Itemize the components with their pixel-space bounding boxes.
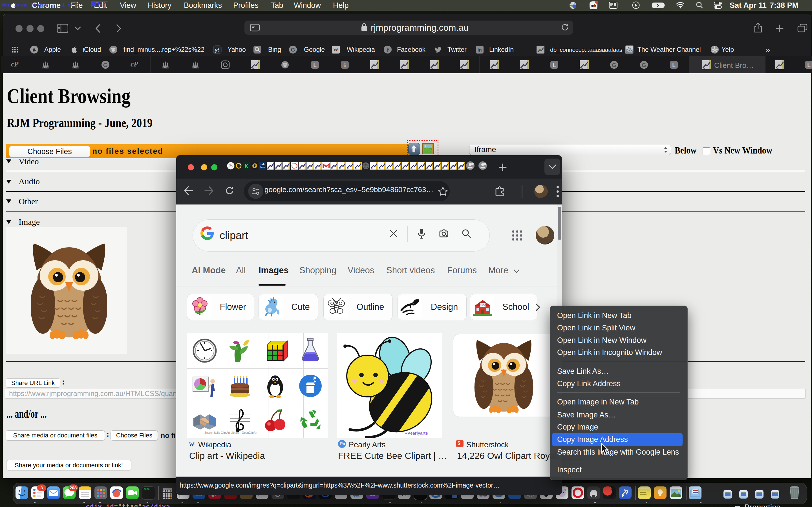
svg-text:6: 6: [343, 62, 346, 68]
svg-text:f: f: [387, 47, 389, 54]
svg-text:W: W: [333, 47, 338, 53]
svg-text:mk: mk: [591, 3, 596, 8]
svg-text:PWA: PWA: [44, 67, 47, 69]
svg-text:y!: y!: [214, 47, 219, 53]
svg-text:●Pearlyarts: ●Pearlyarts: [405, 431, 428, 436]
svg-text:L: L: [807, 62, 811, 68]
svg-text:G: G: [291, 47, 295, 53]
svg-text:K: K: [245, 164, 248, 168]
svg-text:L: L: [672, 62, 675, 68]
svg-text:in: in: [477, 47, 481, 53]
svg-text:The: The: [627, 47, 631, 49]
svg-text:G: G: [642, 62, 646, 68]
svg-text:G: G: [612, 62, 616, 68]
svg-text:box: box: [260, 166, 265, 169]
svg-text:W: W: [189, 441, 195, 448]
svg-text:PWA: PWA: [73, 67, 77, 69]
svg-text:Weather: Weather: [626, 49, 633, 51]
svg-text:SCHOOL: SCHOOL: [477, 304, 488, 307]
svg-text:L: L: [553, 62, 556, 68]
svg-text:G: G: [103, 62, 108, 68]
svg-text:brit: brit: [260, 163, 265, 166]
svg-text:Channel: Channel: [626, 51, 633, 53]
svg-text:PWA: PWA: [193, 67, 197, 69]
svg-text:PWA: PWA: [163, 67, 167, 69]
svg-text:L: L: [313, 62, 317, 68]
